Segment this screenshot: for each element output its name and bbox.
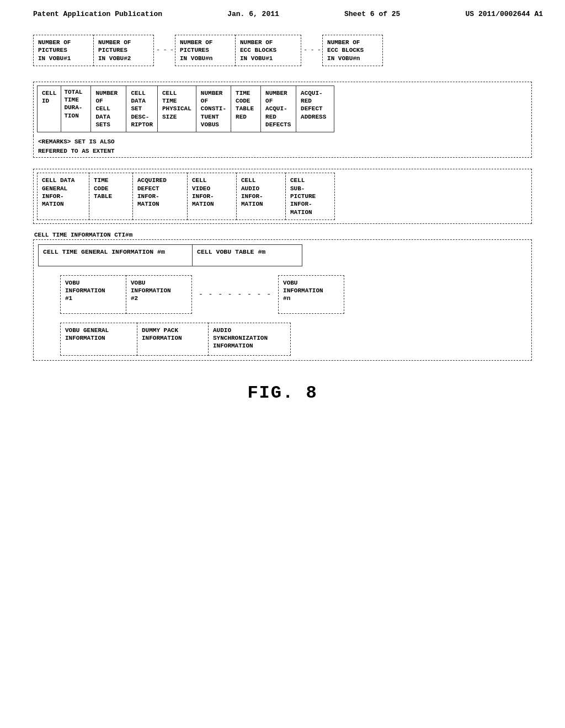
section2: CELLID TOTALTIMEDURA-TION NUMBEROFCELLDA…	[33, 82, 532, 158]
box-number-of-constituent-vobus: NUMBEROFCONSTI-TUENTVOBUS	[196, 85, 231, 132]
box-dummy-pack-info: DUMMY PACKINFORMATION	[137, 323, 209, 356]
header-left: Patent Application Publication	[33, 10, 162, 18]
cti-outer-box: CELL TIME GENERAL INFORMATION #m CELL VO…	[33, 239, 532, 361]
box-cell-time-physical-size: CELLTIMEPHYSICALSIZE	[157, 85, 196, 132]
cti-inner-row: CELL TIME GENERAL INFORMATION #m CELL VO…	[38, 244, 527, 266]
box-number-of-acquired-red-defects: NUMBEROFACQUI-REDDEFECTS	[260, 85, 296, 132]
box-cell-data-general-info: CELL DATAGENERALINFOR-MATION	[37, 173, 89, 220]
box-total-time: TOTALTIMEDURA-TION	[61, 85, 91, 132]
vobu-info-row: VOBUINFORMATION#1 VOBUINFORMATION#2 - - …	[38, 275, 527, 314]
box-time-code-table-s3: TIMECODETABLE	[89, 173, 133, 220]
cti-label: CELL TIME INFORMATION CTI#m	[33, 232, 532, 238]
box-cell-id: CELLID	[37, 85, 61, 132]
box-cell-audio-info: CELLAUDIOINFOR-MATION	[236, 173, 286, 220]
box-vobu-info-1: VOBUINFORMATION#1	[60, 275, 126, 314]
dash-spacer-2: - - -	[301, 35, 323, 66]
header-date: Jan. 6, 2011	[227, 10, 279, 18]
page-header: Patent Application Publication Jan. 6, 2…	[0, 0, 565, 24]
section1: NUMBER OFPICTURESIN VOBU#1 NUMBER OFPICT…	[33, 35, 532, 66]
box-cell-sub-picture-info: CELLSUB-PICTUREINFOR-MATION	[285, 173, 335, 220]
box-time-code-table: TIMECODETABLERED	[231, 85, 261, 132]
remarks-text: <REMARKS> SET IS ALSOREFERRED TO AS EXTE…	[33, 136, 532, 158]
box-num-pictures-vobu1: NUMBER OFPICTURESIN VOBU#1	[33, 35, 94, 66]
box-num-pictures-vobu2: NUMBER OFPICTURESIN VOBU#2	[93, 35, 154, 66]
box-cell-video-info: CELLVIDEOINFOR-MATION	[187, 173, 237, 220]
main-content: NUMBER OFPICTURESIN VOBU#1 NUMBER OFPICT…	[0, 24, 565, 425]
box-cell-time-general-info: CELL TIME GENERAL INFORMATION #m	[38, 244, 193, 266]
header-right: US 2011/0002644 A1	[466, 10, 543, 18]
box-vobu-general-info: VOBU GENERALINFORMATION	[60, 323, 137, 356]
header-sheet: Sheet 6 of 25	[344, 10, 400, 18]
dash-spacer-vobu: - - - - - - - -	[192, 275, 278, 314]
box-acquired-defect-info: ACQUIREDDEFECTINFOR-MATION	[132, 173, 188, 220]
box-num-pictures-vobun: NUMBER OFPICTURESIN VOBU#n	[175, 35, 236, 66]
dash-spacer-1: - - -	[154, 35, 175, 66]
box-vobu-info-n: VOBUINFORMATION#n	[278, 275, 344, 314]
box-num-ecc-vobu1: NUMBER OFECC BLOCKSIN VOBU#1	[235, 35, 301, 66]
cti-section: CELL TIME INFORMATION CTI#m CELL TIME GE…	[33, 232, 532, 361]
box-number-of-cell-data-sets: NUMBEROFCELLDATASETS	[90, 85, 126, 132]
section3: CELL DATAGENERALINFOR-MATION TIMECODETAB…	[33, 169, 532, 223]
box-cell-data-set-descriptor: CELLDATASETDESC-RIPTOR	[126, 85, 158, 132]
box-acqui-red-defect-address: ACQUI-REDDEFECTADDRESS	[296, 85, 334, 132]
figure-label: FIG. 8	[33, 383, 532, 403]
box-cell-vobu-table: CELL VOBU TABLE #m	[192, 244, 302, 266]
box-num-ecc-vobun: NUMBER OFECC BLOCKSIN VOBU#n	[322, 35, 383, 66]
box-vobu-info-2: VOBUINFORMATION#2	[126, 275, 192, 314]
vobu-detail-row: VOBU GENERALINFORMATION DUMMY PACKINFORM…	[38, 323, 527, 356]
box-audio-sync-info: AUDIOSYNCHRONIZATIONINFORMATION	[208, 323, 291, 356]
